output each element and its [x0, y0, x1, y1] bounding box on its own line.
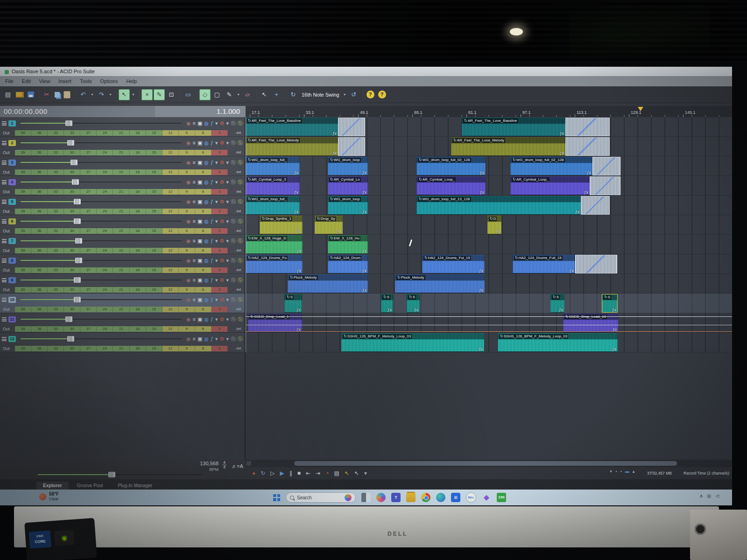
- track-row[interactable]: 10◉≡▣◍ƒ▾⚙▾ⓃⓈOut39363330272421181512963-I…: [0, 294, 245, 313]
- fader-handle[interactable]: [72, 179, 79, 185]
- go-to-start-button[interactable]: ⇤: [306, 470, 310, 476]
- snap-pointer-icon[interactable]: ↖: [259, 89, 270, 100]
- cut-icon[interactable]: ✂: [41, 89, 52, 100]
- record-arm-icon[interactable]: ◉: [186, 238, 191, 244]
- swing-indicator[interactable]: ♬=A: [232, 463, 243, 469]
- clip-fx-badge[interactable]: ƒx: [612, 347, 616, 351]
- track-fader[interactable]: [21, 218, 182, 224]
- audio-clip[interactable]: ↻AR_Feel_The_Love_Basslineƒx: [462, 118, 565, 136]
- track-square-icon[interactable]: ▣: [197, 238, 202, 244]
- solo-badge-icon[interactable]: Ⓢ: [238, 277, 243, 283]
- clip-fx-badge[interactable]: ƒx: [569, 268, 574, 273]
- track-row[interactable]: 2◉≡▣◍ƒ▾⚙▾ⓃⓈOut39363330272421181512963-In…: [0, 137, 245, 156]
- envelope-tool-icon[interactable]: ◇: [199, 89, 211, 100]
- audio-clip[interactable]: ↻Dƒx: [487, 216, 501, 234]
- gear-caret-icon[interactable]: ▾: [226, 277, 229, 283]
- metronome-button[interactable]: ◔: [325, 470, 329, 476]
- track-square-icon[interactable]: ▣: [197, 140, 202, 146]
- menu-item-edit[interactable]: Edit: [18, 77, 35, 85]
- track-grip-icon[interactable]: [2, 200, 7, 204]
- track-row[interactable]: 4◉≡▣◍ƒ▾⚙▾ⓃⓈOut39363330272421181512963-In…: [0, 176, 245, 196]
- audio-clip[interactable]: ↻EW_X_128_Huge_Dƒx: [246, 235, 303, 254]
- track-grip-icon[interactable]: [2, 219, 7, 224]
- clip-fx-badge[interactable]: ƒx: [296, 308, 301, 312]
- clip-fx-badge[interactable]: ƒx: [479, 170, 484, 175]
- clip-selection-region[interactable]: [592, 157, 620, 175]
- gear-caret-icon[interactable]: ▾: [226, 296, 229, 303]
- time-signature[interactable]: 4 4: [222, 461, 226, 469]
- audio-clip[interactable]: ↻HA2_124_Drumƒx: [328, 255, 368, 273]
- track-row[interactable]: 1◉≡▣◍ƒ▾⚙▾ⓃⓈOut39363330272421181512963-In…: [0, 117, 245, 137]
- fader-handle[interactable]: [74, 297, 81, 302]
- track-number-badge[interactable]: 9: [8, 277, 16, 283]
- track-motion-icon[interactable]: ≡: [193, 120, 196, 126]
- groove-erase-icon[interactable]: ↺: [348, 89, 359, 100]
- task-view-icon[interactable]: [361, 493, 371, 502]
- clip-fx-badge[interactable]: ƒx: [362, 249, 366, 253]
- clip-fx-badge[interactable]: ƒx: [362, 190, 366, 195]
- n-badge-icon[interactable]: Ⓝ: [231, 257, 236, 264]
- fader-handle[interactable]: [65, 316, 72, 322]
- clip-fx-badge[interactable]: ƒx: [559, 151, 564, 155]
- audio-clip[interactable]: ↻Sƒx: [550, 294, 564, 313]
- clip-fx-badge[interactable]: ƒx: [296, 249, 301, 253]
- mini-up-icon[interactable]: ▴: [633, 469, 635, 474]
- track-fader[interactable]: [21, 238, 182, 244]
- track-grip-icon[interactable]: [2, 317, 7, 322]
- track-grip-icon[interactable]: [2, 121, 7, 126]
- clip-fx-badge[interactable]: ƒx: [294, 170, 298, 175]
- track-grip-icon[interactable]: [2, 298, 7, 302]
- gear-caret-icon[interactable]: ▾: [226, 218, 229, 224]
- track-fx-icon[interactable]: ƒ: [211, 120, 213, 126]
- teams-icon[interactable]: T: [391, 493, 401, 502]
- fader-handle[interactable]: [74, 199, 81, 204]
- n-badge-icon[interactable]: Ⓝ: [231, 277, 236, 283]
- track-fader[interactable]: [21, 336, 182, 342]
- timecode-display[interactable]: 00:00:00.000: [0, 106, 155, 117]
- fader-handle[interactable]: [75, 238, 82, 244]
- menu-item-help[interactable]: Help: [122, 77, 141, 85]
- file-explorer-icon[interactable]: [406, 493, 416, 502]
- clip-fx-badge[interactable]: ƒx: [495, 229, 500, 234]
- record-arm-icon[interactable]: ◉: [186, 316, 191, 322]
- bpm-slider-handle[interactable]: [108, 472, 115, 477]
- track-number-badge[interactable]: 2: [8, 140, 16, 146]
- network-icon[interactable]: ◎: [707, 493, 712, 498]
- solo-badge-icon[interactable]: Ⓢ: [238, 218, 243, 224]
- pause-button[interactable]: ∥: [289, 470, 292, 476]
- track-fx-icon[interactable]: ƒ: [211, 179, 213, 185]
- clip-fx-badge[interactable]: ƒx: [479, 190, 484, 195]
- record-arm-icon[interactable]: ◉: [186, 257, 191, 264]
- record-arm-icon[interactable]: ◉: [186, 336, 191, 342]
- clip-fx-badge[interactable]: ƒx: [362, 170, 366, 175]
- n-badge-icon[interactable]: Ⓝ: [231, 218, 236, 224]
- clip-selection-region[interactable]: [338, 118, 365, 136]
- vs-icon[interactable]: ◆: [482, 493, 491, 502]
- store-icon[interactable]: ⊞: [451, 493, 460, 502]
- track-motion-icon[interactable]: ≡: [193, 257, 196, 264]
- clip-fx-badge[interactable]: ƒx: [362, 268, 366, 273]
- n-badge-icon[interactable]: Ⓝ: [231, 296, 236, 303]
- mute-icon[interactable]: ◍: [204, 336, 209, 342]
- gear-icon[interactable]: ⚙: [220, 179, 225, 185]
- open-folder-icon[interactable]: [16, 92, 24, 98]
- audio-clip[interactable]: ↻Sƒx: [284, 294, 302, 313]
- solo-badge-icon[interactable]: Ⓢ: [238, 316, 243, 322]
- audio-clip[interactable]: ↻WG_drum_loop_full_02_128ƒx: [510, 157, 592, 175]
- track-square-icon[interactable]: ▣: [197, 198, 202, 205]
- record-arm-icon[interactable]: ◉: [186, 198, 191, 205]
- track-fx-icon[interactable]: ƒ: [211, 140, 213, 146]
- solo-badge-icon[interactable]: Ⓢ: [238, 120, 243, 126]
- track-square-icon[interactable]: ▣: [197, 120, 202, 126]
- mute-icon[interactable]: ◍: [204, 120, 209, 126]
- track-number-badge[interactable]: 10: [8, 297, 16, 303]
- clip-fx-badge[interactable]: ƒx: [479, 268, 483, 273]
- track-row[interactable]: 9◉≡▣◍ƒ▾⚙▾ⓃⓈOut39363330272421181512963-In…: [0, 274, 245, 294]
- track-motion-icon[interactable]: ≡: [193, 218, 196, 224]
- clip-fx-badge[interactable]: ƒx: [558, 308, 563, 312]
- clip-selection-region[interactable]: [338, 137, 365, 156]
- audio-clip[interactable]: ↻Pluck_Melodyƒx: [395, 274, 485, 293]
- gear-caret-icon[interactable]: ▾: [226, 198, 229, 205]
- track-fader[interactable]: [21, 297, 182, 302]
- audio-clip[interactable]: ↻HA2_124_Drums_Fuƒx: [246, 255, 303, 273]
